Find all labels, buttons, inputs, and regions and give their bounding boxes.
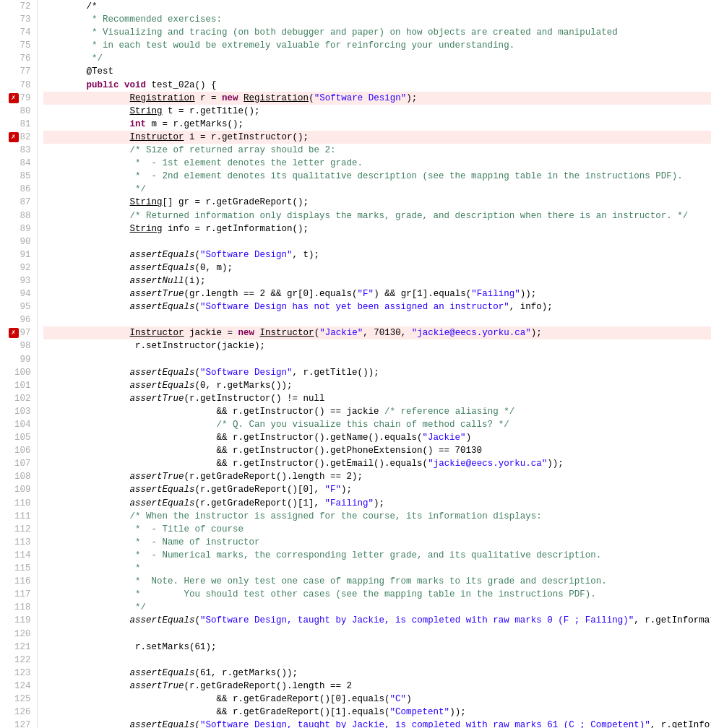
code-token-plain — [43, 472, 130, 482]
line-number: 118 — [3, 601, 31, 614]
code-token-plain — [43, 485, 130, 495]
code-token-str: "C" — [390, 694, 407, 704]
code-line: String t = r.getTitle(); — [43, 105, 711, 118]
code-token-plain: ); — [531, 328, 542, 338]
code-token-plain: t = r.getTitle(); — [163, 106, 260, 116]
code-line: */ — [43, 183, 711, 196]
line-number: 114 — [3, 549, 31, 562]
line-number: ✗79 — [3, 92, 31, 105]
code-line: assertEquals("Software Design", r.getTit… — [43, 366, 711, 379]
line-number: 74 — [3, 26, 31, 39]
line-number: 85 — [3, 170, 31, 183]
code-token-cm: */ — [43, 602, 147, 612]
code-line: assertTrue(r.getGradeReport().length == … — [43, 470, 711, 483]
code-line — [43, 353, 711, 366]
line-number: 109 — [3, 483, 31, 496]
code-token-str: "Failing" — [325, 498, 374, 508]
code-token-cm: * - 1st element denotes the letter grade… — [43, 158, 363, 168]
code-token-method: assertEquals — [130, 668, 195, 678]
line-num-label: 92 — [20, 261, 31, 274]
code-token-plain: jackie = — [184, 328, 238, 338]
code-token-kw: new — [238, 328, 255, 338]
code-token-method: assertEquals — [130, 381, 195, 391]
line-num-label: 126 — [14, 706, 31, 719]
code-token-plain: ) && gr[1].equals( — [374, 289, 471, 299]
code-token-cm: /* Size of returned array should be 2: — [43, 145, 336, 155]
line-num-label: 98 — [20, 339, 31, 352]
line-num-label: 106 — [14, 444, 31, 457]
code-line — [43, 313, 711, 326]
line-num-label: 75 — [20, 39, 31, 52]
line-num-label: 74 — [20, 26, 31, 39]
code-token-plain — [43, 132, 130, 142]
code-editor: 72737475767778✗798081✗828384858687888990… — [0, 0, 711, 728]
code-token-method: assertEquals — [130, 250, 195, 260]
code-token-plain: && r.getGradeReport()[1].equals( — [43, 707, 390, 717]
code-token-cm: */ — [43, 184, 147, 194]
code-line: * in each test would be extremely valuab… — [43, 39, 711, 52]
code-token-plain — [43, 681, 130, 691]
code-token-plain: ( — [195, 250, 201, 260]
code-token-str: "F" — [325, 485, 342, 495]
line-number: 80 — [3, 105, 31, 118]
line-num-label: 118 — [14, 601, 31, 614]
code-line: */ — [43, 52, 711, 65]
code-content[interactable]: /* * Recommended exercises: * Visualizin… — [38, 0, 711, 728]
code-line — [43, 628, 711, 641]
line-num-label: 124 — [14, 680, 31, 693]
code-token-plain: , 70130, — [363, 328, 412, 338]
code-token-plain: ( — [309, 93, 314, 103]
code-line: /* Returned information only displays th… — [43, 209, 711, 222]
code-token-str: "Software Design" — [314, 93, 407, 103]
line-number: 89 — [3, 222, 31, 235]
code-token-plain: )); — [449, 707, 466, 717]
line-num-label: 107 — [14, 457, 31, 470]
line-number: 108 — [3, 470, 31, 483]
line-num-label: 91 — [20, 248, 31, 261]
code-token-type-name: String — [130, 197, 163, 207]
line-num-label: 94 — [20, 287, 31, 300]
line-num-label: 101 — [14, 379, 31, 392]
error-marker-icon: ✗ — [9, 328, 19, 338]
code-token-plain: (0, r.getMarks()); — [195, 381, 293, 391]
line-number: 110 — [3, 497, 31, 510]
code-token-plain: && r.getInstructor() == jackie — [43, 407, 385, 417]
line-number: 76 — [3, 52, 31, 65]
code-token-plain: (r.getGradeReport().length == 2); — [184, 472, 363, 482]
code-token-plain: r = — [195, 93, 223, 103]
line-num-label: 115 — [14, 562, 31, 575]
code-line: assertEquals("Software Design has not ye… — [43, 300, 711, 313]
code-token-plain: ( — [314, 328, 320, 338]
line-num-label: 105 — [14, 431, 31, 444]
line-number: 90 — [3, 235, 31, 248]
code-token-plain — [43, 119, 130, 129]
line-number: 115 — [3, 562, 31, 575]
line-number: 96 — [3, 313, 31, 326]
line-num-label: 103 — [14, 405, 31, 418]
code-token-kw: public — [43, 80, 119, 90]
code-token-str: "jackie@eecs.yorku.ca" — [412, 328, 531, 338]
line-number: 95 — [3, 300, 31, 313]
error-marker-icon: ✗ — [9, 132, 19, 142]
code-token-method: assertTrue — [130, 394, 184, 404]
code-token-plain — [43, 668, 130, 678]
code-token-method: assertNull — [130, 276, 184, 286]
line-num-label: 104 — [14, 418, 31, 431]
line-num-label: 90 — [20, 235, 31, 248]
line-num-label: 89 — [20, 222, 31, 235]
line-num-label: 80 — [20, 105, 31, 118]
code-line: * - 1st element denotes the letter grade… — [43, 157, 711, 170]
line-num-label: 78 — [20, 79, 31, 92]
line-number: 126 — [3, 706, 31, 719]
code-line: * You should test other cases (see the m… — [43, 588, 711, 601]
code-token-plain: [] gr = r.getGradeReport(); — [163, 197, 309, 207]
code-token-plain: && r.getInstructor().getEmail().equals( — [43, 459, 428, 469]
line-number: 83 — [3, 144, 31, 157]
line-number: 88 — [3, 209, 31, 222]
line-number: 123 — [3, 667, 31, 680]
code-token-method: assertEquals — [130, 498, 195, 508]
code-token-plain: (gr.length == 2 && gr[0].equals( — [184, 289, 358, 299]
code-token-plain: /* — [43, 1, 98, 12]
line-num-label: 85 — [20, 170, 31, 183]
line-num-label: 87 — [20, 196, 31, 209]
